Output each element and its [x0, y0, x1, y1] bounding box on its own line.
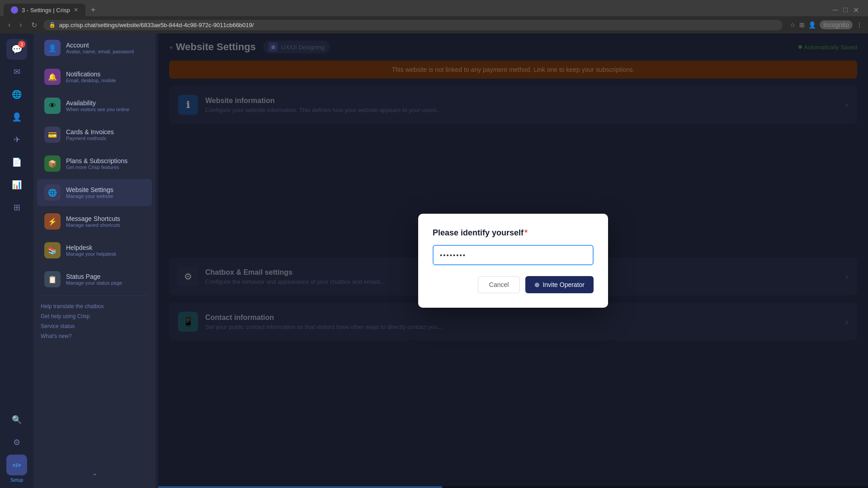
globe-icon: 🌐 [12, 89, 22, 99]
sidebar-item-notifications[interactable]: 🔔 Notifications Email, desktop, mobile [37, 63, 152, 90]
sidebar-icon-settings[interactable]: ⚙ [6, 432, 27, 453]
website-settings-subtitle: Manage your website [66, 193, 113, 199]
browser-tab-active[interactable]: 3 - Settings | Crisp ✕ [4, 4, 85, 16]
profile-icon[interactable]: 👤 [808, 21, 816, 28]
main-content: ◂ Website Settings 🖥 UX/UI Designing Aut… [158, 33, 868, 488]
website-settings-icon-wrap: 🌐 [44, 184, 61, 201]
sidebar-footer: Help translate the chatbox Get help usin… [33, 298, 156, 345]
inbox-icon: ✉ [14, 67, 20, 77]
browser-actions: ☆ ⊞ 👤 Incognito ⋮ [790, 20, 863, 29]
tab-favicon [11, 6, 18, 14]
notifications-icon: 🔔 [48, 73, 57, 81]
sidebar-item-helpdesk[interactable]: 📚 Helpdesk Manage your helpdesk [37, 237, 152, 264]
pages-icon: 📄 [12, 157, 22, 167]
availability-icon-wrap: 👁 [44, 98, 61, 114]
browser-nav: ‹ › ↻ 🔒 app.crisp.chat/settings/website/… [0, 16, 868, 33]
modal-actions: Cancel ⊕ Invite Operator [433, 276, 594, 293]
tab-title: 3 - Settings | Crisp [22, 7, 70, 14]
sidebar-icon-inbox[interactable]: ✉ [6, 61, 27, 82]
availability-icon: 👁 [49, 102, 56, 110]
shortcuts-subtitle: Manage saved shortcuts [66, 222, 120, 228]
sidebar-icon-setup[interactable]: </> [6, 455, 27, 475]
sidebar-icon-contacts[interactable]: 👤 [6, 107, 27, 127]
nav-forward-button[interactable]: › [17, 20, 24, 30]
nav-refresh-button[interactable]: ↻ [28, 20, 40, 30]
tab-close-button[interactable]: ✕ [74, 7, 78, 13]
helpdesk-icon-wrap: 📚 [44, 242, 61, 258]
minimize-button[interactable]: ─ [833, 6, 838, 14]
required-marker: * [524, 228, 528, 237]
address-text: app.crisp.chat/settings/website/6833ae5b… [59, 22, 254, 28]
identify-input[interactable] [433, 245, 594, 265]
website-settings-title: Website Settings [66, 186, 113, 193]
analytics-icon: 📊 [12, 180, 22, 190]
plans-subtitle: Get more Crisp features [66, 164, 127, 170]
sidebar-icon-search[interactable]: 🔍 [6, 409, 27, 430]
sidebar-item-status-page[interactable]: 📋 Status Page Manage your status page [37, 266, 152, 293]
modal-title: Please identify yourself* [433, 228, 594, 238]
sidebar-icon-pages[interactable]: 📄 [6, 152, 27, 173]
identify-modal: Please identify yourself* Cancel ⊕ Invit… [418, 214, 608, 308]
cards-subtitle: Payment methods [66, 136, 114, 141]
account-icon: 👤 [48, 44, 57, 52]
status-subtitle: Manage your status page [66, 280, 122, 286]
restore-button[interactable]: □ [843, 6, 848, 14]
status-title: Status Page [66, 273, 122, 280]
new-tab-button[interactable]: + [85, 4, 101, 17]
help-link[interactable]: Get help using Crisp [41, 311, 148, 321]
close-window-button[interactable]: ✕ [853, 6, 859, 14]
browser-tabs: 3 - Settings | Crisp ✕ + ─ □ ✕ [0, 0, 868, 16]
translate-link[interactable]: Help translate the chatbox [41, 301, 148, 311]
sidebar-item-plans[interactable]: 📦 Plans & Subscriptions Get more Crisp f… [37, 150, 152, 177]
notifications-title: Notifications [66, 70, 116, 78]
shortcuts-title: Message Shortcuts [66, 215, 120, 222]
nav-back-button[interactable]: ‹ [5, 20, 13, 30]
status-icon-wrap: 📋 [44, 271, 61, 287]
plans-title: Plans & Subscriptions [66, 157, 127, 164]
bookmark-star-icon[interactable]: ☆ [790, 21, 796, 28]
icon-sidebar: 💬 3 ✉ 🌐 👤 ✈ 📄 📊 ⊞ 🔍 ⚙ [0, 33, 33, 488]
modal-overlay: Please identify yourself* Cancel ⊕ Invit… [158, 33, 868, 488]
sidebar-item-availability[interactable]: 👁 Availability When visitors see you onl… [37, 92, 152, 119]
plugins-icon: ⊞ [14, 202, 20, 212]
search-icon: 🔍 [12, 415, 22, 425]
website-settings-icon: 🌐 [48, 188, 57, 197]
availability-title: Availability [66, 99, 129, 107]
address-bar[interactable]: 🔒 app.crisp.chat/settings/website/6833ae… [43, 20, 783, 30]
availability-subtitle: When visitors see you online [66, 107, 129, 112]
notification-badge: 3 [18, 41, 25, 48]
tab-groups-icon[interactable]: ⊞ [799, 21, 805, 28]
sidebar-item-shortcuts[interactable]: ⚡ Message Shortcuts Manage saved shortcu… [37, 208, 152, 235]
account-title: Account [66, 42, 134, 49]
sidebar-icon-globe[interactable]: 🌐 [6, 84, 27, 105]
account-icon-wrap: 👤 [44, 40, 61, 56]
sidebar-divider [41, 296, 148, 296]
status-link[interactable]: Service status [41, 321, 148, 331]
code-icon: </> [13, 462, 21, 469]
sidebar-item-website-settings[interactable]: 🌐 Website Settings Manage your website [37, 179, 152, 206]
cancel-button[interactable]: Cancel [478, 276, 520, 293]
sidebar-icon-chat[interactable]: 💬 3 [6, 39, 27, 60]
whats-new-link[interactable]: What's new? [41, 331, 148, 341]
menu-button[interactable]: ⋮ [856, 21, 863, 28]
cards-icon-wrap: 💳 [44, 127, 61, 143]
helpdesk-icon: 📚 [48, 246, 57, 255]
helpdesk-subtitle: Manage your helpdesk [66, 251, 116, 257]
sidebar-collapse-handle[interactable]: ⌄ [33, 465, 156, 481]
plans-icon: 📦 [48, 160, 57, 168]
invite-operator-button[interactable]: ⊕ Invite Operator [525, 276, 594, 293]
browser-chrome: 3 - Settings | Crisp ✕ + ─ □ ✕ ‹ › ↻ 🔒 a… [0, 0, 868, 33]
chevron-down-icon: ⌄ [92, 469, 98, 477]
incognito-badge: Incognito [820, 20, 853, 29]
icon-sidebar-bottom: 🔍 ⚙ </> Setup [6, 409, 27, 483]
notifications-subtitle: Email, desktop, mobile [66, 78, 116, 83]
helpdesk-title: Helpdesk [66, 244, 116, 251]
cards-title: Cards & Invoices [66, 128, 114, 136]
setup-label: Setup [10, 477, 24, 483]
sidebar-item-account[interactable]: 👤 Account Avatar, name, email, password [37, 34, 152, 61]
sidebar-icon-analytics[interactable]: 📊 [6, 174, 27, 195]
sidebar-item-cards-invoices[interactable]: 💳 Cards & Invoices Payment methods [37, 121, 152, 148]
contacts-icon: 👤 [12, 112, 22, 122]
sidebar-icon-plugins[interactable]: ⊞ [6, 197, 27, 218]
sidebar-icon-send[interactable]: ✈ [6, 129, 27, 150]
